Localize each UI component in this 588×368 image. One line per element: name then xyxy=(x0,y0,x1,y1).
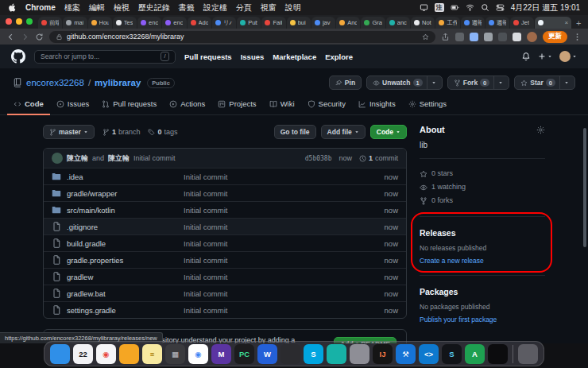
address-bar[interactable]: github.com/encorex32268/mylibraray xyxy=(49,31,435,43)
menu-file[interactable]: 檔案 xyxy=(64,2,80,14)
fork-dropdown[interactable] xyxy=(493,76,503,89)
file-name-link[interactable]: src/main/kotlin xyxy=(67,206,178,215)
file-commit-message[interactable]: Initial commit xyxy=(184,273,353,281)
commit-author-link[interactable]: 陳立翰 xyxy=(67,153,88,164)
github-logo[interactable] xyxy=(11,49,25,64)
file-row[interactable]: gradle/wrapperInitial commitnow xyxy=(44,184,406,201)
tab-close-icon[interactable]: × xyxy=(564,20,568,26)
tag-count-link[interactable]: 0tags xyxy=(148,128,177,136)
browser-tab[interactable]: Pub xyxy=(237,17,261,29)
extension-icon[interactable] xyxy=(498,33,507,41)
stars-link[interactable]: 0 stars xyxy=(420,167,545,180)
browser-tab[interactable]: Ado xyxy=(188,17,211,29)
go-to-file-button[interactable]: Go to file xyxy=(274,125,316,139)
pin-button[interactable]: Pin xyxy=(329,76,362,90)
publish-package-link[interactable]: Publish your first package xyxy=(420,316,497,323)
menu-help[interactable]: 說明 xyxy=(285,2,301,14)
menu-profiles[interactable]: 設定檔 xyxy=(203,2,227,14)
spotlight-search-icon[interactable] xyxy=(481,3,489,12)
wifi-icon[interactable] xyxy=(466,3,474,12)
file-commit-message[interactable]: Initial commit xyxy=(184,172,353,181)
file-commit-message[interactable]: Initial commit xyxy=(184,289,353,298)
file-name-link[interactable]: gradle/wrapper xyxy=(67,189,178,198)
code-download-button[interactable]: Code xyxy=(370,125,407,139)
dock-app[interactable] xyxy=(119,344,139,364)
nav-marketplace[interactable]: Marketplace xyxy=(273,52,316,61)
screen-mirror-icon[interactable] xyxy=(420,3,428,12)
file-commit-message[interactable]: Initial commit xyxy=(184,223,353,231)
menu-bookmarks[interactable]: 書籤 xyxy=(179,2,195,14)
back-button[interactable] xyxy=(6,33,15,41)
create-release-link[interactable]: Create a new release xyxy=(420,257,484,265)
browser-tab-active[interactable]: × xyxy=(535,17,571,29)
menubar-clock[interactable]: 4月22日 週五 19:01 xyxy=(511,2,580,14)
menu-window[interactable]: 視窗 xyxy=(261,2,277,14)
browser-tab[interactable]: mai xyxy=(63,17,87,29)
dock-app[interactable]: S xyxy=(442,344,462,364)
dock-app[interactable] xyxy=(488,344,508,364)
tab-issues[interactable]: Issues xyxy=(50,95,95,115)
menu-edit[interactable]: 編輯 xyxy=(89,2,105,14)
url-text[interactable]: github.com/encorex32268/mylibraray xyxy=(67,33,184,41)
browser-tab[interactable]: 週報 xyxy=(485,17,509,29)
commit-count-link[interactable]: 1commit xyxy=(359,154,398,162)
commit-message-link[interactable]: Initial commit xyxy=(133,154,176,162)
file-name-link[interactable]: gradlew.bat xyxy=(67,289,178,298)
file-row[interactable]: build.gradleInitial commitnow xyxy=(44,234,406,251)
browser-tab[interactable]: Anc xyxy=(336,17,360,29)
dock-calendar[interactable]: 22 xyxy=(73,344,93,364)
dock-settings[interactable] xyxy=(350,344,369,364)
file-commit-message[interactable]: Initial commit xyxy=(184,239,353,248)
nav-pull-requests[interactable]: Pull requests xyxy=(184,52,232,61)
extension-icon[interactable] xyxy=(484,33,493,41)
file-row[interactable]: gradlewInitial commitnow xyxy=(44,268,406,285)
file-row[interactable]: gradlew.batInitial commitnow xyxy=(44,285,406,301)
browser-tab[interactable]: enc xyxy=(162,17,186,29)
file-commit-message[interactable]: Initial commit xyxy=(184,206,353,215)
browser-tab[interactable]: 週報 xyxy=(461,17,485,29)
window-zoom-button[interactable] xyxy=(26,18,33,25)
menu-dots-icon[interactable] xyxy=(573,33,582,41)
dock-app[interactable]: W xyxy=(257,344,277,364)
dock-android-studio[interactable]: A xyxy=(465,344,485,364)
file-row[interactable]: .ideaInitial commitnow xyxy=(44,168,406,184)
repo-name-link[interactable]: mylibraray xyxy=(95,78,141,87)
file-commit-message[interactable]: Initial commit xyxy=(184,189,353,198)
browser-tab[interactable]: Tes xyxy=(113,17,137,29)
packages-heading[interactable]: Packages xyxy=(420,287,458,296)
file-name-link[interactable]: gradlew xyxy=(67,273,178,281)
profile-avatar[interactable] xyxy=(527,32,537,42)
browser-tab[interactable]: enc xyxy=(137,17,161,29)
watch-button[interactable]: Unwatch1 xyxy=(366,76,443,90)
add-file-button[interactable]: Add file xyxy=(321,125,366,139)
branch-count-link[interactable]: 1branch xyxy=(103,128,141,136)
page-scrollbar[interactable] xyxy=(583,128,586,247)
tab-projects[interactable]: Projects xyxy=(211,95,262,115)
github-search-input[interactable]: Search or jump to... / xyxy=(34,50,176,64)
chrome-update-button[interactable]: 更新 xyxy=(543,31,567,43)
dock-pycharm[interactable]: PC xyxy=(234,344,254,364)
file-name-link[interactable]: gradle.properties xyxy=(67,256,178,265)
dock-app[interactable] xyxy=(280,344,300,364)
file-row[interactable]: src/main/kotlinInitial commitnow xyxy=(44,201,406,218)
gear-icon[interactable] xyxy=(536,126,545,134)
menu-tabs[interactable]: 分頁 xyxy=(236,2,252,14)
apple-menu-icon[interactable] xyxy=(8,2,17,13)
extension-icon[interactable] xyxy=(455,33,464,41)
new-tab-button[interactable]: + xyxy=(572,17,585,29)
dock-launchpad[interactable]: ▦ xyxy=(165,344,185,364)
window-close-button[interactable] xyxy=(6,18,12,25)
dock-skype[interactable]: S xyxy=(304,344,323,364)
star-dropdown[interactable] xyxy=(559,76,569,89)
dock-app[interactable]: ◉ xyxy=(96,344,116,364)
file-name-link[interactable]: .gitignore xyxy=(67,223,178,231)
browser-tab[interactable]: 工作 xyxy=(435,17,459,29)
tab-insights[interactable]: Insights xyxy=(352,95,402,115)
dock-intellij[interactable]: IJ xyxy=(373,344,393,364)
browser-tab[interactable]: Not xyxy=(411,17,435,29)
notifications-bell-icon[interactable] xyxy=(521,52,531,61)
forks-link[interactable]: 0 forks xyxy=(420,194,545,207)
dock-notes[interactable]: ≡ xyxy=(142,344,162,364)
file-row[interactable]: .gitignoreInitial commitnow xyxy=(44,218,406,234)
nav-explore[interactable]: Explore xyxy=(325,52,353,61)
